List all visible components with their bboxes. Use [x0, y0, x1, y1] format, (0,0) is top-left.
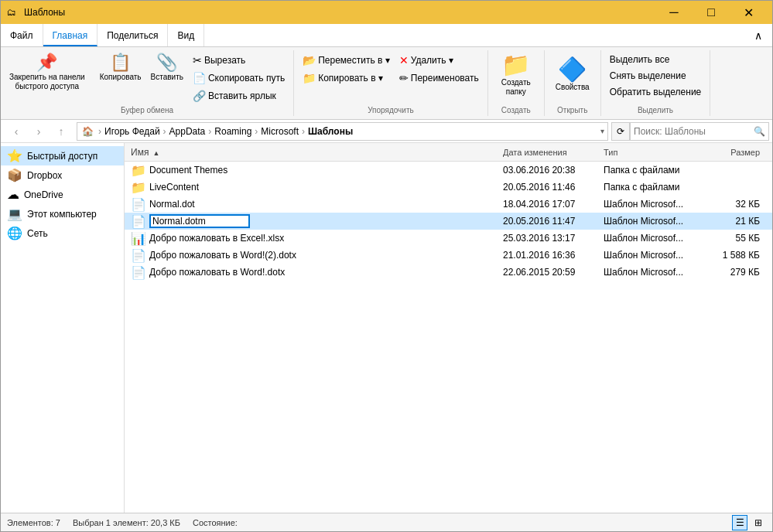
copy-button[interactable]: 📋 Копировать — [96, 52, 145, 84]
delete-button[interactable]: ✕ Удалить ▾ — [395, 52, 483, 69]
toolbar: ‹ › ↑ 🏠 › Игорь Федай › AppData › Roamin… — [1, 120, 772, 143]
properties-button[interactable]: 🔷 Свойства — [549, 52, 596, 98]
pin-button[interactable]: 📌 Закрепить на панелибыстрого доступа — [5, 52, 89, 94]
table-row[interactable]: 📁 LiveContent 20.05.2016 11:46 Папка с ф… — [125, 179, 772, 196]
select-label: Выделить — [638, 106, 673, 114]
file-date: 22.06.2015 20:59 — [503, 267, 604, 278]
breadcrumb-user[interactable]: Игорь Федай — [104, 126, 160, 137]
copy-path-label: Скопировать путь — [208, 73, 285, 84]
table-row[interactable]: 📄 Добро пожаловать в Word!(2).dotx 21.01… — [125, 247, 772, 264]
view-details-button[interactable]: ☰ — [732, 515, 747, 530]
ribbon-collapse-button[interactable]: ∧ — [747, 26, 769, 45]
paste-shortcut-button[interactable]: 🔗 Вставить ярлык — [189, 87, 289, 104]
file-size: 32 КБ — [704, 199, 766, 210]
breadcrumb-sep-4: › — [302, 126, 305, 137]
invert-button[interactable]: Обратить выделение — [606, 84, 706, 100]
view-tiles-button[interactable]: ⊞ — [751, 515, 766, 530]
search-bar[interactable]: 🔍 — [630, 122, 769, 141]
table-row[interactable]: 📄 Добро пожаловать в Word!.dotx 22.06.20… — [125, 264, 772, 281]
sidebar-item-quickaccess[interactable]: ⭐ Быстрый доступ — [1, 146, 124, 165]
tab-share[interactable]: Поделиться — [97, 24, 168, 46]
address-bar[interactable]: 🏠 › Игорь Федай › AppData › Roaming › Mi… — [77, 122, 608, 141]
breadcrumb-sep-0: › — [98, 126, 101, 137]
file-rename-input[interactable] — [149, 214, 503, 228]
new-folder-button[interactable]: 📁 Создатьпапку — [493, 52, 539, 98]
table-row[interactable]: 📊 Добро пожаловать в Excel!.xlsx 25.03.2… — [125, 230, 772, 247]
sidebar-item-onedrive[interactable]: ☁ OneDrive — [1, 185, 124, 204]
rename-button[interactable]: ✏ Переименовать — [395, 70, 483, 87]
breadcrumb-roaming[interactable]: Roaming — [214, 126, 251, 137]
paste-label: Вставить — [151, 73, 183, 82]
scissors-icon: ✂ — [193, 54, 202, 66]
tab-file[interactable]: Файл — [1, 24, 43, 46]
select-group: Выделить все Снять выделение Обратить вы… — [601, 50, 711, 116]
cut-button[interactable]: ✂ Вырезать — [189, 52, 289, 69]
file-date: 20.05.2016 11:47 — [503, 216, 604, 227]
tab-home[interactable]: Главная — [43, 24, 98, 46]
file-type: Шаблон Microsof... — [604, 267, 704, 278]
copy-to-button[interactable]: 📁 Копировать в ▾ — [299, 70, 394, 87]
copy-path-button[interactable]: 📄 Скопировать путь — [189, 70, 289, 87]
properties-icon: 🔷 — [558, 58, 587, 81]
col-header-type[interactable]: Тип — [604, 148, 704, 157]
maximize-button[interactable]: □ — [693, 1, 729, 24]
folder-icon: 🗂 — [7, 6, 19, 19]
forward-button[interactable]: › — [28, 122, 50, 141]
open-label: Открыть — [557, 106, 587, 114]
table-row[interactable]: 📁 Document Themes 03.06.2016 20:38 Папка… — [125, 162, 772, 179]
ribbon-tabs: Файл Главная Поделиться Вид ∧ — [1, 24, 772, 47]
file-size: 21 КБ — [704, 216, 766, 227]
select-all-button[interactable]: Выделить все — [606, 52, 706, 67]
file-type: Шаблон Microsof... — [604, 199, 704, 210]
rename-icon: ✏ — [399, 72, 409, 84]
sidebar-item-dropbox[interactable]: 📦 Dropbox — [1, 165, 124, 185]
file-icon: 📁 — [131, 163, 146, 178]
delete-icon: ✕ — [399, 54, 409, 66]
sidebar-dropbox-label: Dropbox — [27, 170, 62, 181]
deselect-button[interactable]: Снять выделение — [606, 68, 706, 84]
cut-label: Вырезать — [204, 55, 245, 66]
select-col: Выделить все Снять выделение Обратить вы… — [606, 52, 706, 100]
rename-input-field[interactable] — [149, 214, 250, 228]
close-button[interactable]: ✕ — [730, 1, 766, 24]
table-row[interactable]: 📄 Normal.dot 18.04.2016 17:07 Шаблон Mic… — [125, 196, 772, 213]
paste-shortcut-icon: 🔗 — [193, 90, 206, 102]
col-header-size[interactable]: Размер — [704, 148, 766, 157]
sidebar-item-thispc[interactable]: 💻 Этот компьютер — [1, 204, 124, 223]
sidebar-item-network[interactable]: 🌐 Сеть — [1, 223, 124, 243]
paste-button[interactable]: 📎 Вставить — [147, 52, 187, 84]
col-header-name[interactable]: Имя ▲ — [131, 147, 503, 158]
new-folder-icon: 📁 — [501, 53, 530, 77]
copy-path-icon: 📄 — [193, 72, 206, 84]
move-to-button[interactable]: 📂 Переместить в ▾ — [299, 52, 394, 69]
minimize-button[interactable]: ─ — [656, 1, 692, 24]
new-folder-label: Создатьпапку — [501, 78, 531, 97]
col-header-date[interactable]: Дата изменения — [503, 148, 604, 157]
breadcrumb-sep-1: › — [163, 126, 166, 137]
organize-group-inner: 📂 Переместить в ▾ 📁 Копировать в ▾ ✕ Уда… — [299, 52, 483, 104]
col-name-label: Имя — [131, 147, 149, 158]
select-group-inner: Выделить все Снять выделение Обратить вы… — [606, 52, 706, 104]
file-icon: 📊 — [131, 231, 146, 246]
refresh-button[interactable]: ⟳ — [611, 122, 630, 141]
rename-label: Переименовать — [411, 73, 479, 84]
main-area: ⭐ Быстрый доступ 📦 Dropbox ☁ OneDrive 💻 … — [1, 143, 772, 513]
tab-view[interactable]: Вид — [168, 24, 204, 46]
clipboard-group-inner: 📌 Закрепить на панелибыстрого доступа 📋 … — [5, 52, 289, 104]
address-dropdown[interactable]: ▾ — [600, 127, 604, 135]
table-row[interactable]: 📄 20.05.2016 11:47 Шаблон Microsof... 21… — [125, 213, 772, 230]
file-icon: 📁 — [131, 180, 146, 195]
title-bar: 🗂 Шаблоны ─ □ ✕ — [1, 1, 772, 24]
file-icon: 📄 — [131, 197, 146, 212]
back-button[interactable]: ‹ — [5, 122, 27, 141]
breadcrumb-appdata[interactable]: AppData — [169, 126, 206, 137]
thispc-icon: 💻 — [7, 206, 22, 221]
up-button[interactable]: ↑ — [50, 122, 72, 141]
deselect-label: Снять выделение — [610, 70, 686, 81]
breadcrumb-microsoft[interactable]: Microsoft — [261, 126, 299, 137]
file-name: Normal.dot — [149, 199, 503, 210]
pin-icon: 📌 — [36, 54, 57, 71]
sidebar-network-label: Сеть — [27, 228, 48, 239]
breadcrumb-current[interactable]: Шаблоны — [308, 126, 353, 137]
search-input[interactable] — [634, 126, 752, 137]
